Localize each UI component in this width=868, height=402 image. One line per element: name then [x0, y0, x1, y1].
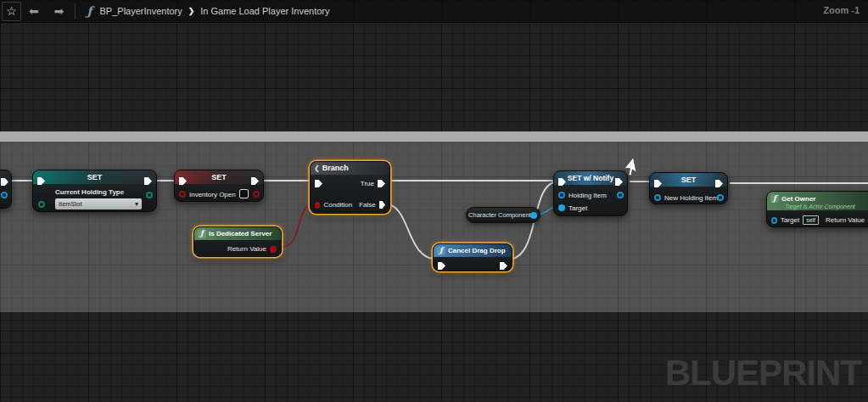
breadcrumb-toolbar: ☆ ⬅ ➡ ƒ BP_PlayerInventory ❯ In Game Loa…	[0, 0, 868, 23]
node-title: Cancel Drag Drop	[448, 244, 506, 257]
pin-label-target: Target	[781, 216, 799, 224]
zoom-level-label: Zoom -1	[823, 5, 860, 15]
exec-out-pin[interactable]	[1, 178, 8, 186]
node-get-owner[interactable]: ƒ Get Owner Target is Actor Component Ta…	[766, 191, 868, 227]
comment-node-body[interactable]	[0, 142, 868, 312]
node-title: Is Dedicated Server	[209, 227, 272, 240]
chevron-right-icon: ❯	[188, 7, 195, 15]
target-pin[interactable]	[771, 217, 777, 224]
inventory-open-checkbox[interactable]	[239, 189, 249, 198]
pin-label-inventory-open: Inventory Open	[189, 191, 236, 198]
breadcrumb-blueprint[interactable]: BP_PlayerInventory	[100, 6, 182, 16]
pin-label-new-holding-item: New Holding Item	[664, 194, 718, 202]
pin-label-return-value: Return Value	[227, 245, 266, 253]
node-cancel-drag-drop[interactable]: ƒ Cancel Drag Drop	[433, 243, 512, 271]
exec-in-pin[interactable]	[315, 180, 322, 187]
node-title: Get Owner	[781, 195, 815, 203]
node-offscreen-left[interactable]	[0, 170, 12, 209]
node-title: Branch	[322, 162, 349, 175]
object-out-pin[interactable]	[1, 192, 8, 198]
node-title: SET	[175, 170, 263, 184]
target-self-field[interactable]: self	[803, 215, 819, 225]
blueprint-watermark: BLUEPRINT	[665, 353, 861, 394]
node-set-current-holding-type[interactable]: SET Current Holding Type ItemSlot ▾	[32, 170, 157, 212]
item-slot-dropdown[interactable]: ItemSlot ▾	[55, 198, 142, 209]
bool-out-pin[interactable]	[253, 191, 260, 198]
exec-true-pin[interactable]	[378, 180, 385, 187]
node-set-inventory-open[interactable]: SET Inventory Open	[174, 170, 264, 202]
breadcrumb-graph[interactable]: In Game Load Player Inventory	[200, 6, 329, 16]
pin-label-current-holding-type: Current Holding Type	[55, 188, 124, 196]
object-out-pin[interactable]	[717, 194, 724, 201]
forward-icon[interactable]: ➡	[47, 4, 72, 18]
target-pin[interactable]	[558, 204, 565, 211]
pin-label-return-value: Return Value	[826, 216, 865, 224]
blueprint-editor: BLUEPRINT SET Current Holding Type ItemS…	[0, 0, 868, 402]
node-is-dedicated-server[interactable]: ƒ Is Dedicated Server Return Value	[193, 226, 282, 257]
toolbar-divider	[75, 3, 76, 20]
pin-label-false: False	[359, 201, 376, 209]
favorite-star-icon[interactable]: ☆	[2, 2, 21, 21]
node-character-component[interactable]: Character Component	[466, 207, 540, 223]
bool-in-pin[interactable]	[179, 191, 186, 198]
breadcrumb: BP_PlayerInventory ❯ In Game Load Player…	[100, 6, 330, 16]
pin-label-condition: Condition	[323, 201, 352, 209]
back-icon[interactable]: ⬅	[21, 4, 47, 18]
node-subtitle: Target is Actor Component	[770, 204, 855, 210]
enum-in-pin[interactable]	[38, 201, 45, 208]
condition-pin[interactable]	[315, 202, 320, 209]
variable-label: Character Component	[468, 211, 538, 219]
function-icon: ƒ	[770, 194, 779, 203]
mouse-cursor	[622, 157, 644, 179]
function-icon: ƒ	[437, 247, 445, 255]
exec-out-pin[interactable]	[500, 262, 507, 270]
node-set-new-holding-item[interactable]: SET New Holding Item	[649, 172, 728, 204]
dropdown-value: ItemSlot	[59, 200, 135, 208]
holding-item-out-pin[interactable]	[617, 192, 624, 198]
pin-label-true: True	[361, 180, 374, 187]
return-value-pin[interactable]	[270, 246, 277, 253]
function-icon: ƒ	[198, 230, 206, 238]
object-in-pin[interactable]	[654, 194, 661, 201]
dropdown-arrow-icon: ▾	[135, 200, 138, 208]
comment-node-header[interactable]	[0, 131, 868, 142]
node-title: SET	[33, 170, 156, 184]
node-branch[interactable]: ❮ Branch True Condition False	[310, 161, 390, 214]
holding-item-in-pin[interactable]	[558, 192, 565, 198]
enum-out-pin[interactable]	[146, 192, 153, 198]
pin-label-holding-item: Holding Item	[568, 192, 607, 199]
function-graph-icon: ƒ	[79, 4, 99, 18]
node-set-w-notify[interactable]: SET w/ Notify Holding Item Target	[553, 170, 628, 216]
pin-label-target: Target	[568, 204, 587, 212]
branch-icon: ❮	[314, 162, 320, 175]
object-out-pin[interactable]	[530, 212, 537, 219]
exec-false-pin[interactable]	[379, 201, 385, 209]
exec-in-pin[interactable]	[438, 262, 445, 270]
